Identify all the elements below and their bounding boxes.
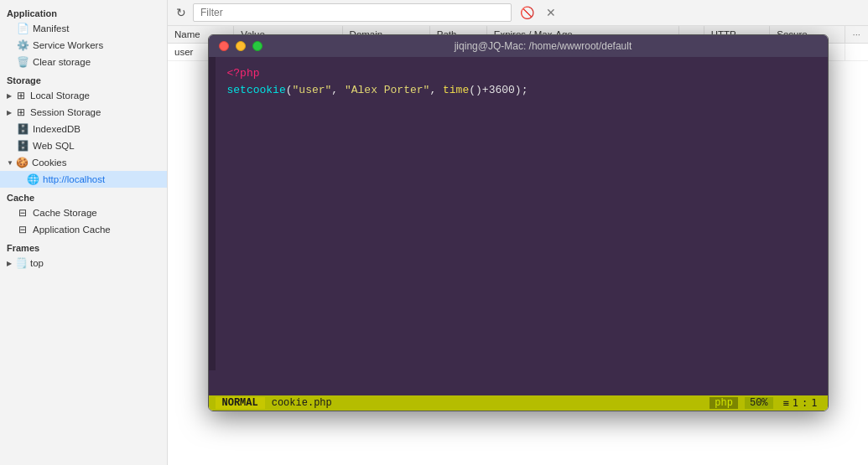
top-expand-icon [7, 260, 12, 267]
sidebar-label-clear-storage: Clear storage [33, 57, 91, 67]
sidebar-item-cookies[interactable]: 🍪 Cookies [0, 154, 167, 171]
arg2: "Alex Porter" [345, 84, 429, 96]
sidebar-label-session-storage: Session Storage [30, 107, 101, 117]
local-storage-icon: ⊞ [15, 90, 27, 101]
sidebar-item-session-storage[interactable]: ⊞ Session Storage [0, 104, 167, 121]
sidebar-item-indexeddb[interactable]: 🗄️ IndexedDB [0, 121, 167, 137]
sidebar-label-service-workers: Service Workers [33, 40, 103, 50]
filter-input[interactable] [193, 3, 512, 22]
vim-mode: NORMAL [216, 397, 265, 409]
statusbar-right: php 50% ≡ 1 : 1 [709, 397, 820, 409]
section-storage: Storage [0, 70, 167, 87]
arg1: "user" [293, 84, 332, 96]
local-storage-expand-icon [7, 92, 12, 100]
code-line-2: setcookie("user", "Alex Porter", time()+… [227, 82, 818, 99]
paren-open: ( [286, 84, 293, 96]
terminal-titlebar: jiqing@JQ-Mac: /home/wwwroot/default [209, 35, 828, 57]
application-cache-icon: ⊟ [17, 224, 29, 235]
sidebar-label-cookies: Cookies [32, 158, 67, 168]
sidebar-item-service-workers[interactable]: ⚙️ Service Workers [0, 37, 167, 54]
refresh-button[interactable]: ↻ [174, 4, 188, 21]
sidebar-item-manifest[interactable]: 📄 Manifest [0, 20, 167, 37]
sidebar-label-cache-storage: Cache Storage [33, 208, 97, 218]
toolbar: ↻ 🚫 ✕ [168, 0, 868, 26]
top-frame-icon: 🗒️ [15, 257, 27, 269]
sidebar-label-indexeddb: IndexedDB [33, 124, 81, 134]
manifest-icon: 📄 [17, 23, 29, 34]
section-cache: Cache [0, 188, 167, 204]
sidebar-item-application-cache[interactable]: ⊟ Application Cache [0, 221, 167, 238]
table-container: Name Value Domain Path Expires / Max-Age… [168, 26, 868, 465]
session-storage-expand-icon [7, 109, 12, 116]
cache-storage-icon: ⊟ [17, 207, 29, 219]
col-more2[interactable]: ··· [845, 26, 868, 44]
main-content: ↻ 🚫 ✕ Name Value Domain Path Expires / M… [168, 0, 868, 465]
localhost-icon: 🌐 [27, 173, 39, 185]
vim-percent: 50% [745, 397, 773, 409]
traffic-maximize-button[interactable] [252, 41, 262, 51]
comma1: , [331, 84, 345, 96]
vim-lines-icon: ≡ [783, 397, 789, 409]
traffic-close-button[interactable] [219, 41, 229, 51]
block-button[interactable]: 🚫 [517, 4, 538, 21]
cell-more [845, 44, 868, 61]
vim-separator: : [802, 397, 808, 409]
service-workers-icon: ⚙️ [17, 39, 29, 51]
sidebar-label-application-cache: Application Cache [33, 225, 111, 235]
sidebar-label-top: top [30, 258, 44, 268]
web-sql-icon: 🗄️ [17, 140, 29, 152]
section-application: Application [0, 3, 167, 20]
sidebar: Application 📄 Manifest ⚙️ Service Worker… [0, 0, 168, 465]
vim-line: 1 [793, 397, 798, 409]
vim-filename: cookie.php [272, 397, 332, 409]
terminal-title: jiqing@JQ-Mac: /home/wwwroot/default [269, 40, 818, 52]
terminal-statusbar: NORMAL cookie.php php 50% ≡ 1 : 1 [209, 395, 828, 411]
indexeddb-icon: 🗄️ [17, 123, 29, 135]
sidebar-item-cache-storage[interactable]: ⊟ Cache Storage [0, 204, 167, 221]
sidebar-item-http-localhost[interactable]: 🌐 http://localhost [0, 171, 167, 188]
sidebar-item-local-storage[interactable]: ⊞ Local Storage [0, 87, 167, 104]
paren2: () [469, 84, 482, 96]
sidebar-label-web-sql: Web SQL [33, 141, 75, 151]
sidebar-label-local-storage: Local Storage [30, 90, 90, 101]
func-name: setcookie [227, 84, 286, 96]
terminal-overlay: jiqing@JQ-Mac: /home/wwwroot/default <?p… [168, 26, 868, 465]
sidebar-item-clear-storage[interactable]: 🗑️ Clear storage [0, 54, 167, 70]
vim-filetype: php [709, 397, 738, 409]
sidebar-item-web-sql[interactable]: 🗄️ Web SQL [0, 137, 167, 154]
plus: + [482, 84, 489, 96]
php-open-tag: <?php [227, 67, 260, 80]
cookies-icon: 🍪 [17, 157, 29, 168]
sidebar-label-http-localhost: http://localhost [43, 174, 105, 184]
terminal-window[interactable]: jiqing@JQ-Mac: /home/wwwroot/default <?p… [208, 34, 829, 411]
arg3: 3600); [489, 84, 528, 96]
terminal-body[interactable]: <?php setcookie("user", "Alex Porter", t… [209, 57, 828, 395]
func-time: time [443, 84, 469, 96]
sidebar-item-top[interactable]: 🗒️ top [0, 255, 167, 271]
close-button[interactable]: ✕ [543, 4, 559, 21]
vim-col: 1 [811, 397, 817, 409]
clear-storage-icon: 🗑️ [17, 56, 29, 68]
code-line-1: <?php [227, 65, 818, 82]
sidebar-label-manifest: Manifest [33, 23, 69, 34]
comma2: , [429, 84, 443, 96]
cookies-expand-icon [7, 159, 13, 167]
traffic-minimize-button[interactable] [236, 41, 246, 51]
section-frames: Frames [0, 238, 167, 255]
session-storage-icon: ⊞ [15, 106, 27, 118]
